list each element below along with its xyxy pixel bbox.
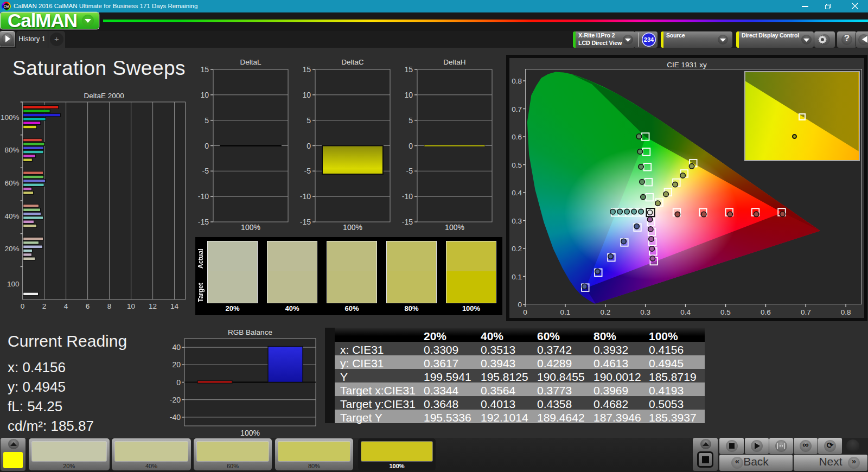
svg-text:80%: 80%	[5, 146, 20, 154]
svg-text:RGB Balance: RGB Balance	[228, 328, 272, 336]
svg-text:4: 4	[64, 302, 68, 310]
svg-text:-20: -20	[170, 396, 181, 404]
svg-text:0.3: 0.3	[512, 217, 522, 225]
svg-text:40%: 40%	[5, 212, 20, 220]
svg-text:100%: 100%	[240, 429, 260, 437]
svg-text:15: 15	[404, 65, 413, 74]
svg-text:0.2: 0.2	[512, 245, 522, 253]
svg-text:0.2: 0.2	[600, 308, 610, 316]
svg-text:0.7: 0.7	[512, 105, 522, 113]
svg-text:DeltaE 2000: DeltaE 2000	[84, 92, 124, 100]
svg-text:100: 100	[7, 280, 20, 288]
svg-text:-10: -10	[402, 192, 413, 201]
svg-text:DeltaC: DeltaC	[341, 58, 364, 66]
svg-text:0.8: 0.8	[512, 77, 522, 85]
svg-text:0.1: 0.1	[512, 273, 522, 281]
svg-text:0.4: 0.4	[512, 189, 522, 197]
svg-text:0.8: 0.8	[841, 308, 851, 316]
svg-text:0.7: 0.7	[801, 308, 811, 316]
svg-text:15: 15	[200, 65, 209, 74]
svg-text:60%: 60%	[5, 179, 20, 187]
svg-text:20: 20	[172, 360, 181, 369]
svg-text:-15: -15	[300, 218, 311, 226]
svg-text:0.6: 0.6	[512, 133, 522, 141]
svg-text:0: 0	[205, 142, 209, 150]
svg-text:0: 0	[523, 308, 527, 316]
svg-text:12: 12	[149, 302, 157, 310]
svg-text:10: 10	[404, 91, 413, 99]
svg-text:100%: 100%	[445, 223, 464, 232]
svg-text:-5: -5	[304, 167, 311, 175]
svg-text:-40: -40	[170, 413, 181, 422]
svg-text:14: 14	[170, 302, 179, 310]
svg-text:15: 15	[302, 65, 311, 74]
svg-text:0.3: 0.3	[640, 308, 650, 316]
svg-text:DeltaH: DeltaH	[443, 58, 465, 66]
svg-text:-5: -5	[202, 167, 209, 175]
svg-text:100%: 100%	[241, 223, 260, 232]
svg-text:0: 0	[307, 142, 311, 150]
svg-text:-15: -15	[198, 218, 209, 226]
svg-text:10: 10	[127, 302, 135, 310]
svg-text:5: 5	[307, 116, 311, 125]
svg-text:10: 10	[200, 91, 209, 99]
svg-text:20%: 20%	[5, 245, 20, 253]
svg-text:0: 0	[409, 142, 413, 150]
svg-text:0.5: 0.5	[512, 161, 522, 169]
svg-text:0.4: 0.4	[680, 308, 691, 316]
svg-text:0.1: 0.1	[560, 308, 571, 316]
svg-text:8: 8	[107, 302, 112, 310]
svg-text:0: 0	[518, 301, 522, 309]
svg-text:40: 40	[172, 343, 181, 352]
svg-text:0: 0	[21, 302, 25, 310]
svg-text:-10: -10	[198, 192, 209, 201]
svg-text:100%: 100%	[1, 113, 20, 122]
svg-text:2: 2	[42, 302, 47, 310]
svg-text:-5: -5	[406, 167, 413, 175]
svg-text:0: 0	[176, 378, 181, 387]
svg-text:DeltaL: DeltaL	[240, 58, 261, 66]
svg-text:-10: -10	[300, 192, 311, 201]
svg-text:100%: 100%	[343, 223, 362, 232]
svg-text:5: 5	[409, 116, 413, 125]
svg-text:6: 6	[86, 302, 90, 310]
svg-text:5: 5	[205, 116, 209, 125]
svg-text:-15: -15	[402, 218, 413, 226]
svg-text:0.5: 0.5	[720, 308, 731, 316]
svg-text:10: 10	[302, 91, 311, 99]
svg-text:0.6: 0.6	[761, 308, 771, 316]
